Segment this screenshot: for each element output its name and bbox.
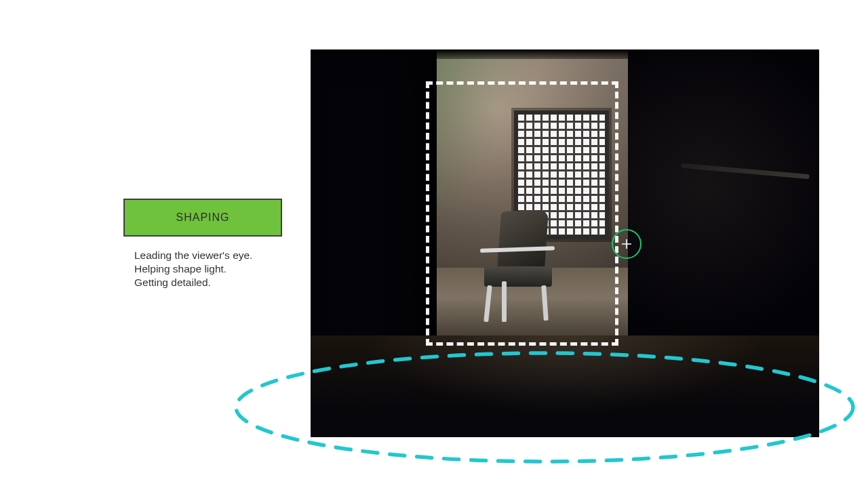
section-line-2: Helping shape light. <box>134 262 252 276</box>
photo-dark-top <box>437 49 628 59</box>
section-title: SHAPING <box>176 211 229 224</box>
section-description: Leading the viewer's eye. Helping shape … <box>134 249 252 289</box>
section-line-3: Getting detailed. <box>134 276 252 289</box>
editor-canvas[interactable] <box>311 49 819 437</box>
section-line-1: Leading the viewer's eye. <box>134 249 252 262</box>
section-title-box: SHAPING <box>123 199 282 237</box>
photo-chair <box>472 211 564 326</box>
photo-floor <box>311 336 819 437</box>
